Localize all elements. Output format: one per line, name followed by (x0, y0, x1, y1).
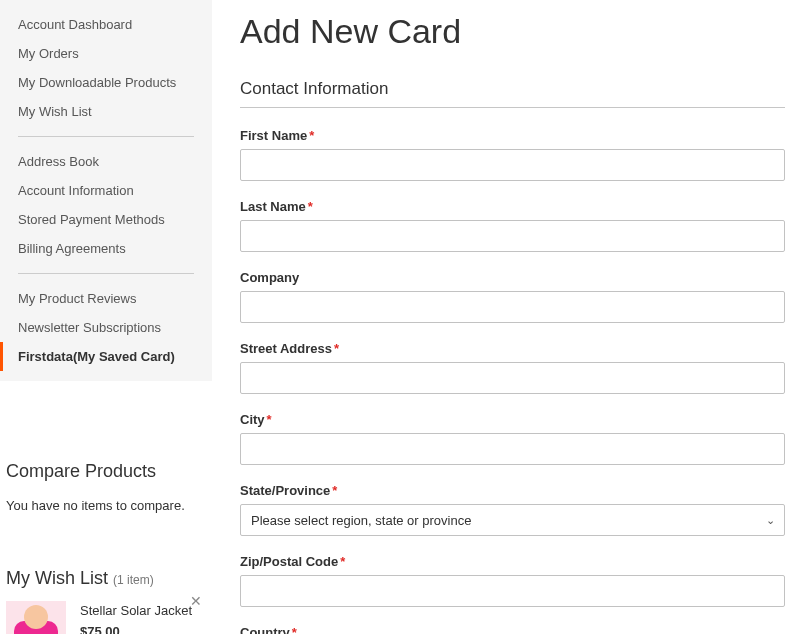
nav-wish-list[interactable]: My Wish List (0, 97, 212, 126)
nav-divider (18, 273, 194, 274)
state-select[interactable]: Please select region, state or province (240, 504, 785, 536)
label-state: State/Province* (240, 483, 785, 498)
nav-account-information[interactable]: Account Information (0, 176, 212, 205)
nav-stored-payment[interactable]: Stored Payment Methods (0, 205, 212, 234)
zip-input[interactable] (240, 575, 785, 607)
label-company: Company (240, 270, 785, 285)
first-name-input[interactable] (240, 149, 785, 181)
company-input[interactable] (240, 291, 785, 323)
label-zip: Zip/Postal Code* (240, 554, 785, 569)
label-city: City* (240, 412, 785, 427)
label-first-name: First Name* (240, 128, 785, 143)
nav-firstdata-saved-card[interactable]: Firstdata(My Saved Card) (0, 342, 212, 371)
nav-account-dashboard[interactable]: Account Dashboard (0, 10, 212, 39)
nav-product-reviews[interactable]: My Product Reviews (0, 284, 212, 313)
label-street-address: Street Address* (240, 341, 785, 356)
label-country: Country* (240, 625, 785, 634)
wishlist-title-text: My Wish List (6, 568, 108, 588)
street-address-input[interactable] (240, 362, 785, 394)
last-name-input[interactable] (240, 220, 785, 252)
label-last-name: Last Name* (240, 199, 785, 214)
wishlist-item: Stellar Solar Jacket $75.00 ADD TO CART … (0, 589, 212, 634)
wishlist-title: My Wish List (1 item) (0, 568, 212, 589)
page-title: Add New Card (240, 12, 785, 51)
close-icon[interactable]: ✕ (190, 593, 202, 609)
wishlist-count: (1 item) (113, 573, 154, 587)
nav-billing-agreements[interactable]: Billing Agreements (0, 234, 212, 263)
section-contact-information: Contact Information (240, 79, 785, 108)
nav-my-orders[interactable]: My Orders (0, 39, 212, 68)
compare-products-title: Compare Products (0, 461, 212, 490)
account-nav: Account Dashboard My Orders My Downloada… (0, 0, 212, 381)
city-input[interactable] (240, 433, 785, 465)
wishlist-item-image[interactable] (6, 601, 66, 634)
nav-downloadable-products[interactable]: My Downloadable Products (0, 68, 212, 97)
compare-empty-message: You have no items to compare. (0, 490, 212, 513)
nav-address-book[interactable]: Address Book (0, 147, 212, 176)
wishlist-item-price: $75.00 (80, 618, 212, 634)
nav-newsletter[interactable]: Newsletter Subscriptions (0, 313, 212, 342)
nav-divider (18, 136, 194, 137)
